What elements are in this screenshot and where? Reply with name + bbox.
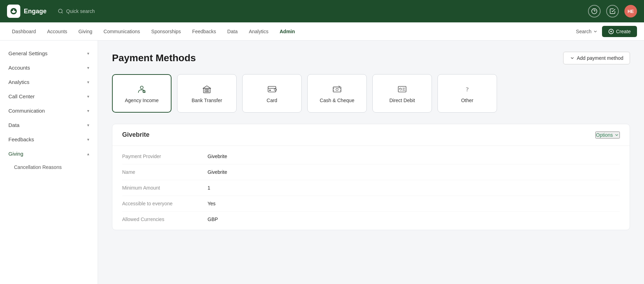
- card-label: Other: [461, 98, 473, 103]
- detail-value: 1: [208, 185, 210, 191]
- sub-item-label: Cancellation Reasons: [14, 164, 62, 170]
- detail-value: Yes: [208, 201, 216, 206]
- nav-search[interactable]: Search: [576, 29, 598, 34]
- payment-card-card[interactable]: Card: [242, 74, 302, 113]
- sidebar-label: Communication: [8, 108, 45, 114]
- chevron-down-icon: ▾: [87, 51, 89, 56]
- detail-label: Allowed Currencies: [122, 216, 199, 222]
- help-icon-btn[interactable]: [588, 5, 601, 17]
- sidebar-item-giving[interactable]: Giving ▴: [0, 147, 98, 161]
- nav-right: Search Create: [576, 26, 637, 37]
- svg-text:?: ?: [466, 86, 469, 93]
- page-header: Payment Methods Add payment method: [112, 52, 630, 64]
- detail-row-name: Name Givebrite: [122, 164, 620, 180]
- chevron-down-icon: ▾: [87, 108, 89, 113]
- chevron-up-icon: ▴: [87, 151, 89, 156]
- sidebar-label: Data: [8, 122, 20, 128]
- sidebar-label: General Settings: [8, 50, 48, 56]
- create-label: Create: [616, 29, 631, 34]
- quick-search[interactable]: Quick search: [58, 8, 95, 14]
- nav-accounts[interactable]: Accounts: [42, 27, 72, 36]
- card-label: Card: [267, 98, 277, 103]
- sidebar-label: Call Center: [8, 93, 35, 99]
- detail-value: Givebrite: [208, 154, 227, 159]
- nav-admin[interactable]: Admin: [275, 27, 300, 36]
- sidebar: General Settings ▾ Accounts ▾ Analytics …: [0, 41, 98, 284]
- sidebar-item-accounts[interactable]: Accounts ▾: [0, 61, 98, 75]
- app-name: Engage: [24, 8, 47, 15]
- svg-rect-9: [208, 90, 209, 92]
- top-bar-right: HE: [588, 5, 637, 17]
- nav-communications[interactable]: Communications: [99, 27, 145, 36]
- notifications-icon-btn[interactable]: [606, 5, 619, 17]
- search-label: Quick search: [66, 8, 95, 14]
- nav-feedbacks[interactable]: Feedbacks: [187, 27, 221, 36]
- svg-point-15: [336, 88, 338, 91]
- user-avatar[interactable]: HE: [624, 5, 637, 17]
- nav-analytics[interactable]: Analytics: [244, 27, 273, 36]
- payment-card-direct-debit[interactable]: Direct Debit: [372, 74, 432, 113]
- options-button[interactable]: Options: [595, 132, 620, 139]
- page-title: Payment Methods: [112, 52, 196, 64]
- top-bar: Engage Quick search HE: [0, 0, 644, 22]
- card-label: Cash & Cheque: [320, 98, 355, 103]
- sidebar-item-feedbacks[interactable]: Feedbacks ▾: [0, 132, 98, 147]
- chevron-down-icon: ▾: [87, 123, 89, 128]
- logo-area[interactable]: Engage: [7, 5, 47, 18]
- svg-rect-7: [203, 88, 210, 93]
- detail-label: Minimum Amount: [122, 185, 199, 191]
- chevron-down-icon: ▾: [87, 137, 89, 142]
- sidebar-item-communication[interactable]: Communication ▾: [0, 104, 98, 118]
- svg-rect-8: [205, 90, 206, 92]
- details-section: Givebrite Options Payment Provider Giveb…: [112, 124, 630, 230]
- card-label: Direct Debit: [389, 98, 415, 103]
- sidebar-item-general-settings[interactable]: General Settings ▾: [0, 46, 98, 61]
- sidebar-label: Giving: [8, 151, 23, 157]
- sidebar-label: Feedbacks: [8, 136, 34, 142]
- card-label: Bank Transfer: [191, 98, 222, 103]
- svg-point-0: [58, 9, 62, 13]
- logo-icon: [7, 5, 20, 18]
- chevron-down-icon: ▾: [87, 65, 89, 70]
- details-header: Givebrite Options: [112, 124, 630, 146]
- add-payment-method-button[interactable]: Add payment method: [563, 52, 630, 64]
- detail-value: Givebrite: [208, 169, 227, 175]
- create-button[interactable]: Create: [602, 26, 637, 37]
- sidebar-item-data[interactable]: Data ▾: [0, 118, 98, 132]
- svg-rect-10: [206, 90, 207, 92]
- svg-rect-11: [268, 86, 276, 92]
- svg-point-5: [140, 86, 143, 89]
- chevron-down-icon: ▾: [87, 80, 89, 85]
- detail-row-currencies: Allowed Currencies GBP: [122, 212, 620, 227]
- payment-card-bank-transfer[interactable]: Bank Transfer: [177, 74, 237, 113]
- detail-label: Accessible to everyone: [122, 201, 199, 206]
- payment-card-other[interactable]: ? Other: [438, 74, 497, 113]
- detail-label: Payment Provider: [122, 154, 199, 159]
- sidebar-item-analytics[interactable]: Analytics ▾: [0, 75, 98, 89]
- sidebar-label: Analytics: [8, 79, 29, 85]
- add-btn-label: Add payment method: [577, 55, 623, 61]
- payment-methods-grid: Agency Income Bank Transfer: [112, 74, 630, 113]
- sidebar-item-call-center[interactable]: Call Center ▾: [0, 89, 98, 104]
- detail-row-provider: Payment Provider Givebrite: [122, 149, 620, 164]
- svg-rect-13: [269, 90, 271, 91]
- nav-dashboard[interactable]: Dashboard: [7, 27, 41, 36]
- options-label: Options: [596, 132, 613, 138]
- detail-row-accessible: Accessible to everyone Yes: [122, 196, 620, 212]
- nav-sponsorships[interactable]: Sponsorships: [146, 27, 186, 36]
- card-label: Agency Income: [125, 98, 159, 103]
- nav-data[interactable]: Data: [222, 27, 243, 36]
- chevron-down-icon: ▾: [87, 94, 89, 99]
- payment-card-agency-income[interactable]: Agency Income: [112, 74, 172, 113]
- detail-value: GBP: [208, 216, 218, 222]
- svg-rect-14: [333, 87, 341, 92]
- secondary-nav: Dashboard Accounts Giving Communications…: [0, 22, 644, 41]
- details-title: Givebrite: [122, 131, 149, 139]
- main-layout: General Settings ▾ Accounts ▾ Analytics …: [0, 41, 644, 284]
- details-body: Payment Provider Givebrite Name Givebrit…: [112, 146, 630, 230]
- detail-row-min-amount: Minimum Amount 1: [122, 180, 620, 196]
- payment-card-cash-cheque[interactable]: Cash & Cheque: [307, 74, 367, 113]
- nav-giving[interactable]: Giving: [74, 27, 97, 36]
- search-text: Search: [576, 29, 592, 34]
- sidebar-sub-item-cancellation-reasons[interactable]: Cancellation Reasons: [0, 161, 98, 173]
